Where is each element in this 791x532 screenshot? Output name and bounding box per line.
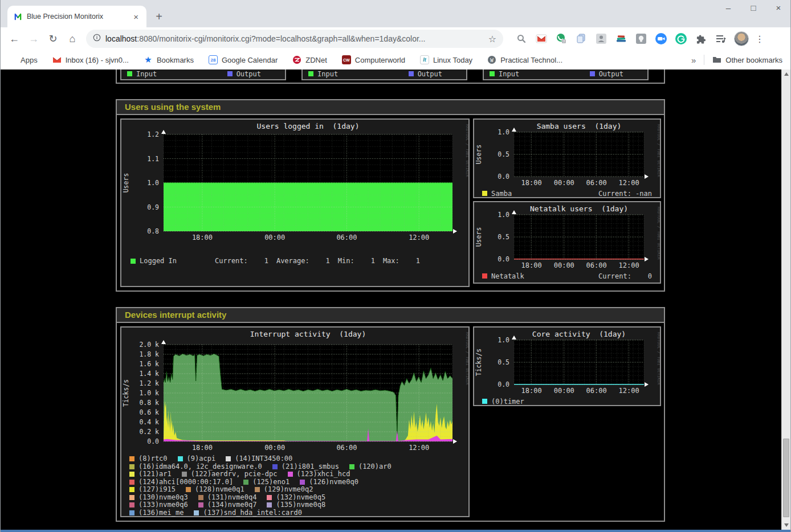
reload-icon[interactable]: ↻ [45,31,61,47]
bookmark-star-icon[interactable]: ☆ [488,34,496,44]
svg-text:1.0: 1.0 [498,211,509,219]
svg-text:Users logged in (1day): Users logged in (1day) [256,122,359,130]
books-extension-icon[interactable] [614,32,628,46]
svg-text:06:00: 06:00 [586,179,606,187]
svg-text:0.6 k: 0.6 k [139,408,159,416]
computerworld-icon: CW [342,55,351,64]
tab-close-icon[interactable]: × [131,12,141,22]
folder-icon [712,55,721,64]
bookmarks-bar: Apps Inbox (16) - sjvn0... ★ Bookmarks 2… [1,50,790,69]
samba-users-chart: 18:0000:0006:0012:001.00.50.0Samba users… [474,120,660,189]
other-bookmarks[interactable]: Other bookmarks [712,55,782,64]
input-swatch [308,71,313,76]
forward-icon[interactable]: → [26,31,42,47]
page-info-icon[interactable] [93,34,101,44]
extensions-puzzle-icon[interactable] [694,32,708,46]
svg-text:12:00: 12:00 [618,261,639,269]
svg-text:0.0: 0.0 [498,380,509,388]
svg-text:06:00: 06:00 [586,387,606,395]
svg-text:00:00: 00:00 [264,444,285,451]
bookmark-inbox[interactable]: Inbox (16) - sjvn0... [52,55,129,64]
svg-text:18:00: 18:00 [192,444,213,451]
svg-text:12:00: 12:00 [409,444,429,451]
person-extension-icon[interactable] [594,32,608,46]
linuxtoday-icon: lt [420,55,429,64]
svg-text:00:00: 00:00 [554,387,574,395]
svg-text:00:00: 00:00 [264,234,285,242]
interrupt-legend: (8)rtc0(9)acpi(14)INT3450:00(16)idma64.0… [121,453,468,517]
svg-text:18:00: 18:00 [521,179,541,187]
bookmark-linux-today[interactable]: lt Linux Today [420,55,472,64]
voice-extension-icon[interactable]: ? [554,32,568,46]
svg-text:RRDTOOL / TOBI OETIKER: RRDTOOL / TOBI OETIKER [657,207,660,260]
core-activity-chart: 18:0000:0006:0012:001.00.50.0Core activi… [474,328,660,397]
scroll-up-arrow[interactable] [782,69,790,79]
url-path: :8080/monitorix-cgi/monitorix.cgi?mode=l… [137,34,425,43]
zdnet-icon [292,55,301,64]
tab-title: Blue Precision Monitorix [27,13,127,21]
svg-text:0.4 k: 0.4 k [139,418,159,426]
chart-panel-samba: 18:0000:0006:0012:001.00.50.0Samba users… [473,118,661,198]
bookmark-zdnet[interactable]: ZDNet [292,55,327,64]
svg-text:Users: Users [122,173,130,193]
zoom-extension-icon[interactable] [654,32,668,46]
browser-tab[interactable]: Blue Precision Monitorix × [7,6,146,27]
bookmark-apps[interactable]: Apps [9,56,38,64]
url-bar[interactable]: localhost:8080/monitorix-cgi/monitorix.c… [86,30,503,48]
minimize-button[interactable]: – [724,3,732,12]
svg-text:Core activity (1day): Core activity (1day) [532,330,626,338]
vertical-scrollbar[interactable] [781,69,790,530]
svg-text:06:00: 06:00 [586,261,606,269]
tab-strip: Blue Precision Monitorix × + – □ × [1,0,790,27]
output-swatch [409,71,414,76]
svg-text:1.2 k: 1.2 k [139,379,159,387]
close-button[interactable]: × [774,3,782,12]
calendar-icon: 28 [209,55,218,64]
svg-text:Interrupt activity (1day): Interrupt activity (1day) [250,330,366,338]
svg-text:0.0: 0.0 [498,255,509,263]
bookmark-google-calendar[interactable]: 28 Google Calendar [209,55,278,64]
svg-text:1.6 k: 1.6 k [139,360,159,368]
scroll-down-arrow[interactable] [782,521,790,530]
grammarly-extension-icon[interactable] [674,32,688,46]
monitorix-page: Input Output Input Output Input Output U… [1,69,781,530]
svg-text:W: W [490,58,494,63]
bookmark-computerworld[interactable]: CW Computerworld [342,55,405,64]
copy-pages-extension-icon[interactable] [574,32,588,46]
input-swatch [490,71,495,76]
maximize-button[interactable]: □ [749,3,757,12]
new-tab-button[interactable]: + [151,9,167,24]
cutoff-panel-2: Input Output [301,69,467,80]
netatalk-users-chart: 18:0000:0006:0012:001.00.50.0Netatalk us… [474,202,660,272]
search-extension-icon[interactable] [515,32,528,46]
output-swatch [590,71,595,76]
section-title-interrupts: Devices interrupt activity [117,308,664,323]
playlist-music-icon[interactable] [714,32,728,46]
svg-text:18:00: 18:00 [521,261,541,269]
chart-panel-interrupt-activity: 18:0000:0006:0012:002.0 k1.8 k1.6 k1.4 k… [120,326,470,517]
back-icon[interactable]: ← [6,31,22,47]
svg-text:1.0: 1.0 [498,128,509,136]
apps-grid-icon [9,56,17,64]
scrollbar-thumb[interactable] [783,439,789,517]
svg-text:Users: Users [475,145,483,165]
bookmarks-divider [704,55,704,65]
svg-text:0.0: 0.0 [498,173,509,181]
browser-window: Blue Precision Monitorix × + – □ × ← → ↻… [0,0,791,532]
bookmark-bookmarks[interactable]: ★ Bookmarks [144,55,194,64]
svg-text:Samba users (1day): Samba users (1day) [537,122,622,130]
home-icon[interactable]: ⌂ [64,31,80,47]
profile-avatar[interactable] [734,31,749,46]
bookmarks-overflow-chevron[interactable]: » [691,55,696,65]
svg-text:1.1: 1.1 [147,155,159,163]
url-text: localhost:8080/monitorix-cgi/monitorix.c… [105,34,484,43]
chrome-menu-icon[interactable]: ⋮ [755,34,763,44]
gmail-extension-icon[interactable] [535,32,548,46]
svg-text:RRDTOOL / TOBI OETIKER: RRDTOOL / TOBI OETIKER [657,124,660,178]
svg-text:12:00: 12:00 [409,234,429,242]
bookmark-practical-technology[interactable]: W Practical Technol... [487,55,562,64]
cutoff-graph-row: Input Output Input Output Input Output [116,69,665,84]
section-title-users: Users using the system [117,100,664,115]
chart-panel-users-logged-in: 18:0000:0006:0012:001.21.11.00.90.8Users… [120,118,470,287]
lamp-extension-icon[interactable] [634,32,648,46]
